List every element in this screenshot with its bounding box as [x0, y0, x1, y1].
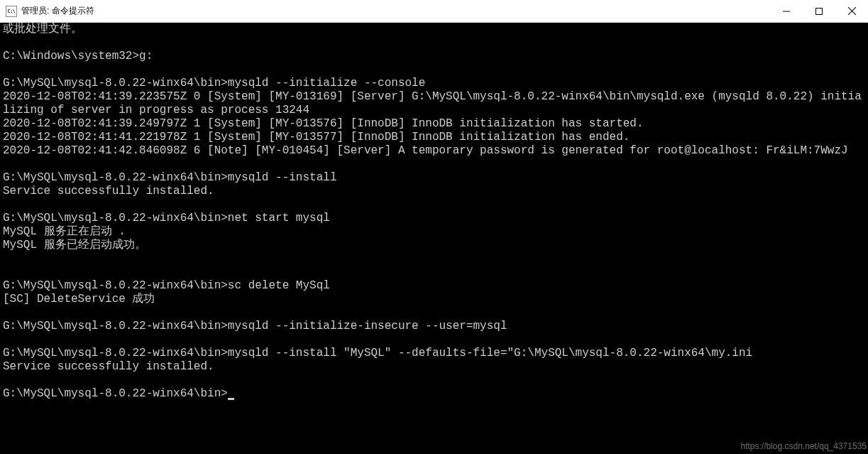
- minimize-button[interactable]: [770, 0, 803, 22]
- terminal-cursor: [228, 398, 234, 400]
- terminal-text: 或批处理文件。 C:\Windows\system32>g: G:\MySQL\…: [3, 23, 862, 373]
- cmd-icon: C:\: [6, 6, 17, 17]
- terminal-prompt: G:\MySQL\mysql-8.0.22-winx64\bin>: [3, 387, 228, 400]
- close-button[interactable]: [835, 0, 868, 22]
- close-icon: [848, 7, 856, 15]
- maximize-button[interactable]: [803, 0, 835, 22]
- window-controls: [770, 0, 868, 22]
- window-titlebar: C:\ 管理员: 命令提示符: [0, 0, 868, 23]
- svg-rect-1: [816, 8, 823, 14]
- minimize-icon: [783, 8, 790, 15]
- terminal-output[interactable]: 或批处理文件。 C:\Windows\system32>g: G:\MySQL\…: [0, 23, 868, 454]
- watermark-text: https://blog.csdn.net/qq_4371535: [741, 441, 867, 451]
- maximize-icon: [815, 8, 823, 15]
- window-title: 管理员: 命令提示符: [21, 5, 770, 17]
